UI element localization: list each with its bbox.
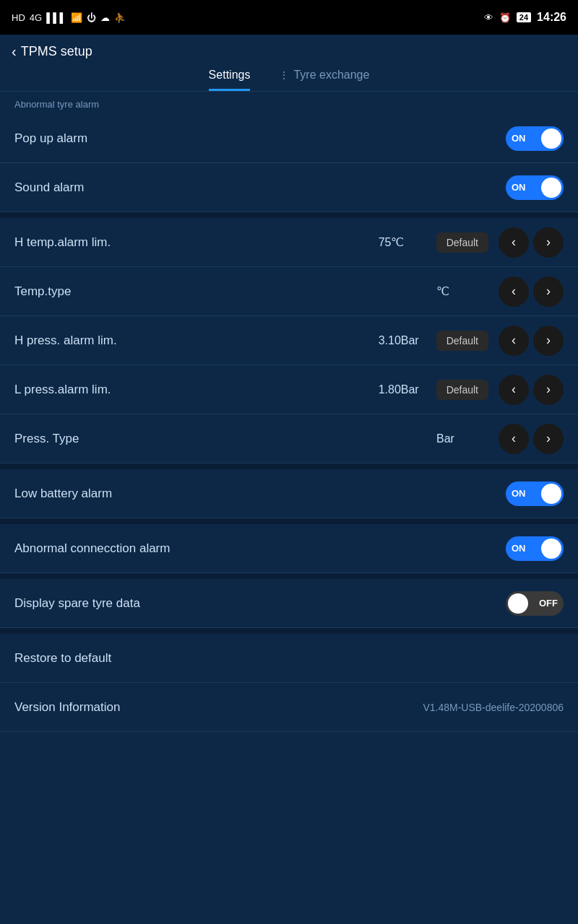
sound-alarm-row: Sound alarm ON	[0, 163, 578, 212]
power-icon: ⏻	[87, 12, 96, 23]
low-battery-alarm-row: Low battery alarm ON	[0, 469, 578, 518]
tab-tyre-exchange-label: Tyre exchange	[293, 69, 369, 82]
h-press-alarm-decrement-btn[interactable]: ‹	[499, 326, 529, 356]
press-type-decrement-btn[interactable]: ‹	[499, 424, 529, 454]
tab-settings[interactable]: Settings	[209, 69, 251, 91]
h-press-alarm-value: 3.10Bar	[379, 334, 429, 347]
display-spare-label: Display spare tyre data	[14, 596, 506, 611]
press-type-label: Press. Type	[14, 432, 436, 446]
h-temp-alarm-decrement-btn[interactable]: ‹	[499, 227, 529, 258]
version-info-row: Version Information V1.48M-USB-deelife-2…	[0, 683, 578, 732]
signal-icon: ▌▌▌	[46, 12, 66, 23]
clock-time: 14:26	[537, 11, 566, 24]
abnormal-connection-label: Abnormal connecction alarm	[14, 541, 506, 556]
display-spare-toggle-label: OFF	[539, 598, 558, 609]
divider-1	[0, 212, 578, 218]
eye-icon: 👁	[484, 12, 493, 23]
divider-3	[0, 518, 578, 524]
wifi-icon: 📶	[71, 12, 82, 23]
tab-dots-icon: ⋮	[279, 69, 289, 81]
h-press-alarm-label: H press. alarm lim.	[14, 334, 379, 348]
l-press-alarm-row: L press.alarm lim. 1.80Bar Default ‹ ›	[0, 365, 578, 414]
h-temp-alarm-increment-btn[interactable]: ›	[533, 227, 564, 258]
top-bar: ‹ TPMS setup	[0, 35, 578, 60]
version-info-label: Version Information	[14, 700, 423, 715]
sound-alarm-toggle-circle	[541, 178, 561, 198]
low-battery-alarm-toggle-label: ON	[512, 488, 526, 499]
press-type-row: Press. Type Bar ‹ ›	[0, 414, 578, 463]
l-press-alarm-default-btn[interactable]: Default	[436, 380, 488, 400]
status-left-icons: HD 4G ▌▌▌ 📶 ⏻ ☁ ⛹	[12, 12, 126, 23]
abnormal-connection-row: Abnormal connecction alarm ON	[0, 524, 578, 573]
restore-to-default-label: Restore to default	[14, 651, 111, 666]
low-battery-alarm-label: Low battery alarm	[14, 487, 506, 501]
popup-alarm-toggle-circle	[541, 128, 561, 149]
popup-alarm-label: Pop up alarm	[14, 131, 506, 146]
back-arrow-icon: ‹	[12, 43, 17, 60]
h-temp-alarm-row: H temp.alarm lim. 75℃ Default ‹ ›	[0, 218, 578, 267]
back-button[interactable]: ‹ TPMS setup	[12, 43, 92, 60]
l-press-alarm-value: 1.80Bar	[379, 383, 429, 396]
status-right-icons: 👁 ⏰ 24 14:26	[484, 11, 566, 24]
h-temp-alarm-value: 75℃	[379, 235, 429, 249]
sound-alarm-toggle-label: ON	[512, 182, 526, 193]
abnormal-connection-toggle-circle	[541, 539, 561, 559]
temp-type-increment-btn[interactable]: ›	[533, 276, 564, 307]
l-press-alarm-decrement-btn[interactable]: ‹	[499, 375, 529, 405]
l-press-alarm-label: L press.alarm lim.	[14, 383, 379, 397]
popup-alarm-toggle[interactable]: ON	[506, 126, 564, 151]
tabs-container: Settings ⋮ Tyre exchange	[0, 60, 578, 92]
display-spare-row: Display spare tyre data OFF	[0, 579, 578, 628]
tab-settings-label: Settings	[209, 69, 251, 82]
h-press-alarm-row: H press. alarm lim. 3.10Bar Default ‹ ›	[0, 316, 578, 365]
main-content: Abnormal tyre alarm Pop up alarm ON Soun…	[0, 92, 578, 907]
section-label: Abnormal tyre alarm	[0, 92, 578, 114]
page-title: TPMS setup	[21, 44, 92, 59]
abnormal-connection-toggle[interactable]: ON	[506, 536, 564, 561]
tab-tyre-exchange[interactable]: ⋮ Tyre exchange	[279, 69, 369, 91]
divider-2	[0, 463, 578, 469]
cloud-icon: ☁	[100, 12, 110, 23]
abnormal-connection-toggle-label: ON	[512, 543, 526, 554]
popup-alarm-row: Pop up alarm ON	[0, 114, 578, 163]
display-spare-toggle-circle	[508, 593, 528, 614]
popup-alarm-toggle-label: ON	[512, 133, 526, 144]
press-type-increment-btn[interactable]: ›	[533, 424, 564, 454]
restore-to-default-row[interactable]: Restore to default	[0, 634, 578, 683]
temp-type-value: ℃	[436, 284, 487, 298]
alarm-clock-icon: ⏰	[499, 12, 511, 23]
version-info-value: V1.48M-USB-deelife-20200806	[423, 702, 564, 713]
hd-icon: HD	[12, 12, 25, 23]
h-press-alarm-increment-btn[interactable]: ›	[533, 326, 564, 356]
battery-icon: 24	[517, 12, 531, 22]
display-spare-toggle[interactable]: OFF	[506, 591, 564, 616]
divider-4	[0, 573, 578, 579]
h-press-alarm-default-btn[interactable]: Default	[436, 331, 488, 351]
temp-type-label: Temp.type	[14, 284, 436, 299]
low-battery-alarm-toggle[interactable]: ON	[506, 481, 564, 506]
sound-alarm-toggle[interactable]: ON	[506, 175, 564, 200]
l-press-alarm-increment-btn[interactable]: ›	[533, 375, 564, 405]
press-type-value: Bar	[436, 432, 487, 445]
status-bar: HD 4G ▌▌▌ 📶 ⏻ ☁ ⛹ 👁 ⏰ 24 14:26	[0, 0, 578, 35]
h-temp-alarm-default-btn[interactable]: Default	[436, 232, 488, 253]
h-temp-alarm-label: H temp.alarm lim.	[14, 235, 379, 250]
temp-type-row: Temp.type ℃ ‹ ›	[0, 267, 578, 316]
4g-icon: 4G	[30, 12, 42, 23]
temp-type-decrement-btn[interactable]: ‹	[499, 276, 529, 307]
low-battery-alarm-toggle-circle	[541, 484, 561, 504]
sound-alarm-label: Sound alarm	[14, 180, 506, 195]
shield-icon: ⛹	[114, 12, 126, 23]
divider-5	[0, 628, 578, 634]
